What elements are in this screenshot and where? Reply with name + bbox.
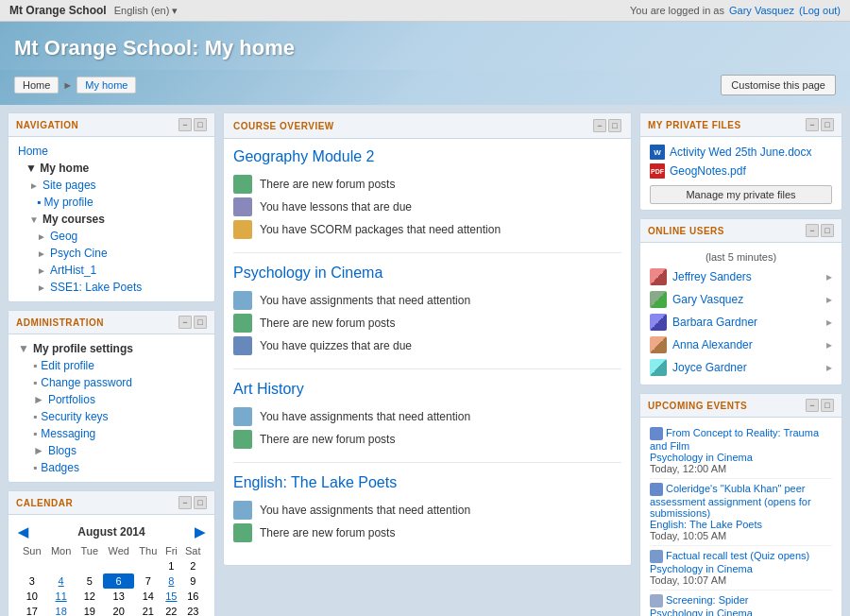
admin-badges[interactable]: ▪ Badges — [18, 459, 205, 476]
admin-move-btn[interactable]: □ — [194, 316, 207, 329]
event-course[interactable]: Psychology in Cinema — [650, 563, 753, 574]
event-course[interactable]: English: The Lake Poets — [650, 519, 762, 530]
cal-day[interactable]: 21 — [134, 604, 162, 616]
nav-psych-cine[interactable]: ► Psych Cine — [18, 245, 205, 262]
cal-day[interactable]: 9 — [181, 573, 205, 589]
cal-day[interactable]: 10 — [18, 589, 46, 604]
nav-collapse-btn[interactable]: − — [178, 118, 192, 131]
user-name[interactable]: Anna Alexander — [672, 338, 821, 351]
course-item: You have assignments that need attention — [233, 405, 621, 428]
cal-day[interactable]: 5 — [76, 573, 103, 589]
calendar-nav: ◀ August 2014 ▶ — [18, 521, 205, 543]
admin-portfolios[interactable]: ► Portfolios — [18, 391, 205, 408]
cal-day[interactable]: 1 — [162, 558, 180, 573]
nav-arthist[interactable]: ► ArtHist_1 — [18, 262, 205, 279]
admin-blogs[interactable]: ► Blogs — [18, 442, 205, 459]
file-item[interactable]: PDFGeogNotes.pdf — [650, 162, 832, 180]
user-name[interactable]: Barbara Gardner — [672, 316, 821, 329]
cal-day[interactable]: 4 — [46, 573, 76, 589]
course-name[interactable]: English: The Lake Poets — [233, 474, 621, 491]
upcoming-events-block: UPCOMING EVENTS − □ From Concept to Real… — [639, 393, 842, 616]
nav-geog[interactable]: ► Geog — [18, 228, 205, 245]
cal-day[interactable]: 7 — [134, 573, 162, 589]
forum-icon — [233, 430, 252, 449]
user-message-icon[interactable]: ▸ — [826, 361, 832, 374]
language-selector[interactable]: English (en) ▾ — [114, 5, 178, 17]
co-move-btn[interactable]: □ — [608, 119, 621, 132]
event-title[interactable]: Coleridge's "Kubla Khan" peer assessment… — [650, 483, 811, 519]
cal-day[interactable]: 12 — [76, 589, 103, 604]
nav-move-btn[interactable]: □ — [194, 118, 207, 131]
pf-move-btn[interactable]: □ — [821, 118, 834, 131]
nav-my-home[interactable]: ▼ My home — [18, 160, 205, 177]
course-item-text: You have quizzes that are due — [260, 339, 412, 352]
pf-collapse-btn[interactable]: − — [806, 118, 819, 131]
course-name[interactable]: Geography Module 2 — [233, 148, 621, 165]
ou-move-btn[interactable]: □ — [821, 224, 834, 237]
admin-collapse-btn[interactable]: − — [178, 316, 192, 329]
user-name[interactable]: Joyce Gardner — [672, 361, 821, 374]
ue-move-btn[interactable]: □ — [821, 399, 834, 412]
user-name[interactable]: Jeffrey Sanders — [672, 270, 821, 283]
event-title[interactable]: Screening: Spider — [666, 594, 748, 606]
cal-move-btn[interactable]: □ — [194, 496, 207, 509]
ue-controls: − □ — [806, 399, 834, 412]
cal-day[interactable]: 6 — [103, 573, 135, 589]
manage-files-button[interactable]: Manage my private files — [650, 185, 832, 204]
ue-collapse-btn[interactable]: − — [806, 399, 819, 412]
cal-day[interactable]: 19 — [76, 604, 103, 616]
cal-day[interactable]: 2 — [181, 558, 205, 573]
user-message-icon[interactable]: ▸ — [826, 316, 832, 329]
cal-day[interactable]: 23 — [181, 604, 205, 616]
pdf-icon: PDF — [650, 163, 665, 179]
nav-lake-poets[interactable]: ► SSE1: Lake Poets — [18, 279, 205, 296]
cal-day[interactable]: 14 — [134, 589, 162, 604]
cal-day[interactable]: 13 — [103, 589, 135, 604]
cal-day[interactable]: 22 — [162, 604, 180, 616]
upcoming-events-title: UPCOMING EVENTS — [648, 401, 747, 411]
event-course[interactable]: Psychology in Cinema — [650, 607, 753, 616]
user-item: Gary Vasquez▸ — [650, 288, 832, 311]
logout-link[interactable]: (Log out) — [799, 5, 841, 16]
nav-home[interactable]: Home — [18, 143, 205, 160]
logged-in-text: You are logged in as — [630, 5, 724, 16]
user-name[interactable]: Gary Vasquez — [672, 293, 821, 306]
nav-my-profile[interactable]: ▪ My profile — [18, 194, 205, 211]
cal-collapse-btn[interactable]: − — [178, 496, 192, 509]
user-message-icon[interactable]: ▸ — [826, 338, 832, 351]
co-collapse-btn[interactable]: − — [593, 119, 606, 132]
ou-collapse-btn[interactable]: − — [806, 224, 819, 237]
course-name[interactable]: Psychology in Cinema — [233, 265, 621, 282]
admin-security-keys[interactable]: ▪ Security keys — [18, 408, 205, 425]
breadcrumb-home[interactable]: Home — [14, 77, 59, 94]
cal-day[interactable]: 16 — [181, 589, 205, 604]
cal-prev-btn[interactable]: ◀ — [18, 524, 28, 539]
cal-day-sun: Sun — [18, 543, 46, 558]
nav-site-pages[interactable]: ► Site pages — [18, 177, 205, 194]
file-name: GeogNotes.pdf — [670, 164, 746, 178]
event-course[interactable]: Psychology in Cinema — [650, 452, 753, 463]
cal-day[interactable]: 20 — [103, 604, 135, 616]
nav-my-courses[interactable]: ▼ My courses — [18, 211, 205, 228]
cal-day — [76, 558, 103, 573]
customise-button[interactable]: Customise this page — [721, 75, 836, 95]
cal-day[interactable]: 3 — [18, 573, 46, 589]
cal-day[interactable]: 11 — [46, 589, 76, 604]
course-name[interactable]: Art History — [233, 381, 621, 398]
topbar-username[interactable]: Gary Vasquez — [729, 5, 794, 16]
event-title[interactable]: Factual recall test (Quiz opens) — [666, 550, 809, 561]
admin-edit-profile[interactable]: ▪ Edit profile — [18, 357, 205, 374]
user-message-icon[interactable]: ▸ — [826, 270, 832, 283]
user-message-icon[interactable]: ▸ — [826, 293, 832, 306]
admin-profile-settings[interactable]: ▼ My profile settings — [18, 340, 205, 357]
cal-day[interactable]: 17 — [18, 604, 46, 616]
cal-day[interactable]: 18 — [46, 604, 76, 616]
file-item[interactable]: WActivity Wed 25th June.docx — [650, 143, 832, 162]
event-title[interactable]: From Concept to Reality: Trauma and Film — [650, 427, 819, 452]
cal-day[interactable]: 15 — [162, 589, 180, 604]
cal-day[interactable]: 8 — [162, 573, 180, 589]
center-content: COURSE OVERVIEW − □ Geography Module 2Th… — [223, 112, 632, 616]
admin-messaging[interactable]: ▪ Messaging — [18, 425, 205, 442]
admin-change-password[interactable]: ▪ Change password — [18, 374, 205, 391]
cal-next-btn[interactable]: ▶ — [195, 524, 205, 539]
